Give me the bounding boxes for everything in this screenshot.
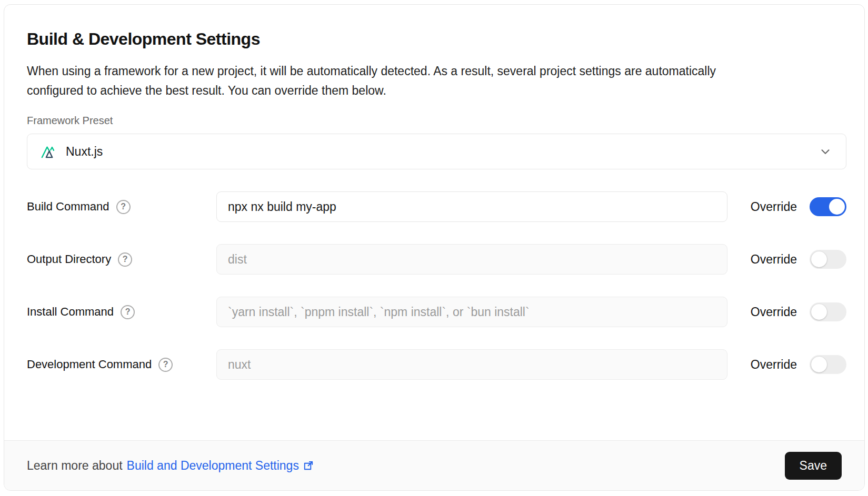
toggle-knob — [811, 357, 827, 372]
learn-more-text: Learn more about — [27, 459, 123, 473]
external-link-icon — [302, 460, 314, 472]
help-circle-icon[interactable]: ? — [121, 305, 135, 319]
toggle-knob — [829, 199, 845, 215]
development-command-label: Development Command — [27, 358, 152, 371]
save-button[interactable]: Save — [785, 452, 842, 480]
build-command-label: Build Command — [27, 200, 109, 214]
output-directory-override-toggle[interactable] — [810, 250, 846, 269]
build-command-row: Build Command ? Override — [27, 191, 846, 222]
settings-description: When using a framework for a new project… — [27, 62, 774, 100]
toggle-knob — [811, 251, 827, 267]
help-circle-icon[interactable]: ? — [116, 200, 131, 214]
framework-selected-value: Nuxt.js — [66, 145, 103, 159]
override-label: Override — [751, 358, 797, 372]
chevron-down-icon — [819, 145, 832, 158]
toggle-knob — [811, 304, 827, 320]
development-command-input[interactable] — [216, 349, 727, 380]
build-command-input[interactable] — [216, 191, 727, 222]
output-directory-label: Output Directory — [27, 252, 111, 266]
framework-preset-label: Framework Preset — [27, 114, 842, 127]
output-directory-input[interactable] — [216, 244, 727, 275]
learn-more-link[interactable]: Build and Development Settings — [127, 459, 314, 473]
build-settings-card: Build & Development Settings When using … — [4, 4, 865, 491]
card-footer: Learn more about Build and Development S… — [4, 440, 864, 490]
help-circle-icon[interactable]: ? — [118, 252, 132, 267]
page-title: Build & Development Settings — [27, 29, 842, 49]
help-circle-icon[interactable]: ? — [158, 358, 173, 372]
development-command-override-toggle[interactable] — [810, 355, 846, 374]
override-label: Override — [751, 200, 797, 214]
override-label: Override — [751, 252, 797, 267]
override-label: Override — [751, 305, 797, 319]
install-command-label: Install Command — [27, 305, 114, 319]
install-command-input[interactable] — [216, 297, 727, 327]
nuxt-logo-icon — [41, 145, 58, 159]
development-command-row: Development Command ? Override — [27, 349, 846, 380]
install-command-override-toggle[interactable] — [810, 302, 846, 321]
install-command-row: Install Command ? Override — [27, 297, 846, 327]
framework-preset-select[interactable]: Nuxt.js — [27, 134, 846, 169]
build-command-override-toggle[interactable] — [810, 197, 846, 216]
output-directory-row: Output Directory ? Override — [27, 244, 846, 275]
